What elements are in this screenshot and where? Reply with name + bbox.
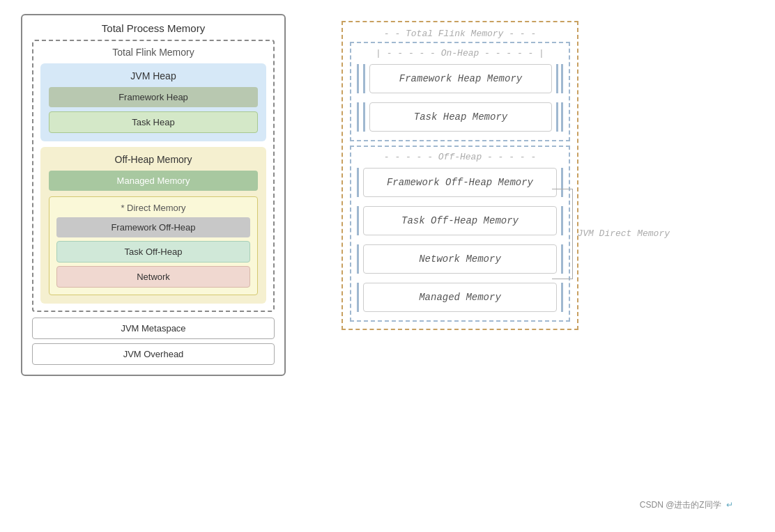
framework-offheap-box: Framework Off-Heap <box>56 217 250 237</box>
jvm-metaspace-box: JVM Metaspace <box>32 318 275 339</box>
network-box: Network <box>56 266 250 288</box>
right-panel: - - Total Flink Memory - - - | - - - - -… <box>328 14 754 518</box>
off-heap-dashed: - - - - - Off-Heap - - - - - Framework O… <box>350 146 570 322</box>
total-flink-label: Total Flink Memory <box>40 47 266 58</box>
task-offheap-memory-row: Task Off-Heap Memory <box>357 203 563 238</box>
framework-offheap-memory-row: Framework Off-Heap Memory <box>357 165 563 200</box>
task-heap-box: Task Heap <box>49 111 258 133</box>
jvm-overhead-box: JVM Overhead <box>32 343 275 365</box>
task-offheap-box: Task Off-Heap <box>56 241 250 263</box>
framework-heap-memory-row: Framework Heap Memory <box>357 61 563 96</box>
network-memory-row: Network Memory <box>357 242 563 276</box>
network-memory-box: Network Memory <box>363 244 557 274</box>
watermark: CSDN @进击的Z同学 ↵ <box>640 499 733 511</box>
off-heap-box: Off-Heap Memory Managed Memory * Direct … <box>40 147 266 304</box>
off-heap-label: Off-Heap Memory <box>49 154 258 165</box>
right-outer-dashed: - - Total Flink Memory - - - | - - - - -… <box>342 21 578 330</box>
direct-memory-box: * Direct Memory Framework Off-Heap Task … <box>49 196 258 295</box>
jvm-direct-label: JVM Direct Memory <box>577 228 670 239</box>
task-heap-memory-row: Task Heap Memory <box>357 100 563 134</box>
total-process-label: Total Process Memory <box>32 22 275 34</box>
jvm-heap-label: JVM Heap <box>49 70 258 81</box>
managed-memory-row: Managed Memory <box>357 280 563 315</box>
total-flink-dashed-box: Total Flink Memory JVM Heap Framework He… <box>32 40 275 312</box>
arrow-icon: ↵ <box>726 500 733 510</box>
task-heap-memory-box: Task Heap Memory <box>369 102 552 132</box>
left-panel: Total Process Memory Total Flink Memory … <box>21 14 286 518</box>
task-offheap-memory-box: Task Off-Heap Memory <box>363 206 557 235</box>
framework-heap-memory-box: Framework Heap Memory <box>369 64 552 93</box>
direct-memory-label: * Direct Memory <box>56 203 250 213</box>
framework-heap-box: Framework Heap <box>49 87 258 107</box>
total-process-box: Total Process Memory Total Flink Memory … <box>21 14 286 376</box>
jvm-direct-memory-bracket: JVM Direct Memory <box>552 168 670 299</box>
right-total-flink-label: - - Total Flink Memory - - - <box>350 26 570 39</box>
on-heap-dashed: | - - - - - On-Heap - - - - - | Framewor… <box>350 42 570 141</box>
managed-memory-box: Managed Memory <box>49 171 258 191</box>
framework-offheap-memory-box: Framework Off-Heap Memory <box>363 168 557 197</box>
jvm-heap-box: JVM Heap Framework Heap Task Heap <box>40 63 266 141</box>
managed-memory-box-right: Managed Memory <box>363 283 557 312</box>
